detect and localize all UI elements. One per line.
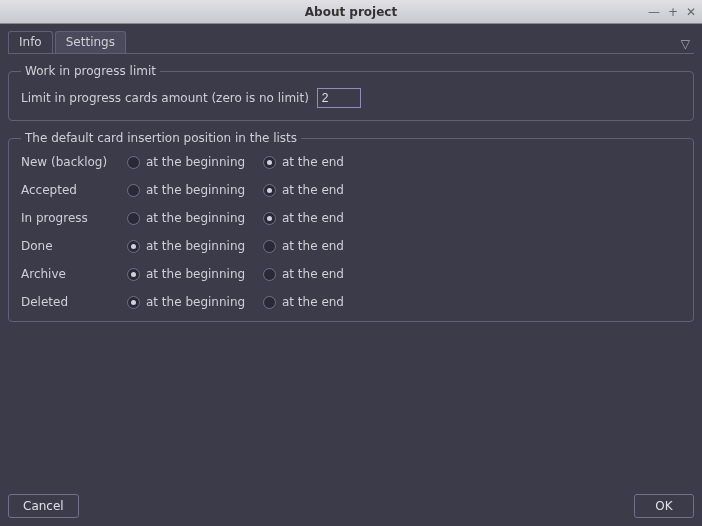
window-title: About project <box>305 5 397 19</box>
window-body: Info Settings ▽ Work in progress limit L… <box>0 24 702 526</box>
radio-icon <box>127 268 140 281</box>
row-label: In progress <box>21 211 121 225</box>
radio-at-end[interactable]: at the end <box>263 295 373 309</box>
tab-info[interactable]: Info <box>8 31 53 53</box>
defaults-legend: The default card insertion position in t… <box>21 131 301 145</box>
radio-label: at the beginning <box>146 267 245 281</box>
radio-label: at the end <box>282 155 344 169</box>
radio-at-beginning[interactable]: at the beginning <box>127 295 257 309</box>
radio-label: at the beginning <box>146 295 245 309</box>
radio-label: at the end <box>282 295 344 309</box>
wip-group: Work in progress limit Limit in progress… <box>8 64 694 121</box>
radio-at-beginning[interactable]: at the beginning <box>127 267 257 281</box>
cancel-button[interactable]: Cancel <box>8 494 79 518</box>
dialog-footer: Cancel OK <box>8 488 694 518</box>
settings-panel: Work in progress limit Limit in progress… <box>8 54 694 488</box>
radio-label: at the end <box>282 183 344 197</box>
tab-menu-icon[interactable]: ▽ <box>677 35 694 53</box>
radio-at-beginning[interactable]: at the beginning <box>127 211 257 225</box>
radio-label: at the beginning <box>146 155 245 169</box>
close-icon[interactable]: ✕ <box>686 5 696 19</box>
radio-icon <box>127 184 140 197</box>
radio-label: at the beginning <box>146 211 245 225</box>
radio-at-beginning[interactable]: at the beginning <box>127 155 257 169</box>
radio-icon <box>127 212 140 225</box>
radio-label: at the end <box>282 239 344 253</box>
radio-icon <box>127 296 140 309</box>
minimize-icon[interactable]: — <box>648 5 660 19</box>
radio-icon <box>263 212 276 225</box>
tabbar: Info Settings ▽ <box>8 32 694 54</box>
radio-at-end[interactable]: at the end <box>263 183 373 197</box>
row-label: Archive <box>21 267 121 281</box>
radio-icon <box>263 156 276 169</box>
defaults-grid: New (backlog)at the beginningat the endA… <box>21 155 681 309</box>
radio-icon <box>263 296 276 309</box>
maximize-icon[interactable]: + <box>668 5 678 19</box>
titlebar: About project — + ✕ <box>0 0 702 24</box>
ok-button[interactable]: OK <box>634 494 694 518</box>
window-controls: — + ✕ <box>648 0 696 24</box>
wip-legend: Work in progress limit <box>21 64 160 78</box>
radio-label: at the beginning <box>146 239 245 253</box>
wip-label: Limit in progress cards amount (zero is … <box>21 91 309 105</box>
radio-at-beginning[interactable]: at the beginning <box>127 239 257 253</box>
radio-icon <box>263 240 276 253</box>
radio-label: at the end <box>282 267 344 281</box>
row-label: Done <box>21 239 121 253</box>
radio-at-end[interactable]: at the end <box>263 267 373 281</box>
wip-input[interactable] <box>317 88 361 108</box>
radio-at-end[interactable]: at the end <box>263 211 373 225</box>
radio-label: at the end <box>282 211 344 225</box>
radio-at-beginning[interactable]: at the beginning <box>127 183 257 197</box>
row-label: Deleted <box>21 295 121 309</box>
radio-icon <box>127 156 140 169</box>
radio-icon <box>263 268 276 281</box>
defaults-group: The default card insertion position in t… <box>8 131 694 322</box>
radio-icon <box>263 184 276 197</box>
row-label: New (backlog) <box>21 155 121 169</box>
row-label: Accepted <box>21 183 121 197</box>
tab-settings[interactable]: Settings <box>55 31 126 53</box>
radio-at-end[interactable]: at the end <box>263 239 373 253</box>
radio-icon <box>127 240 140 253</box>
radio-label: at the beginning <box>146 183 245 197</box>
radio-at-end[interactable]: at the end <box>263 155 373 169</box>
